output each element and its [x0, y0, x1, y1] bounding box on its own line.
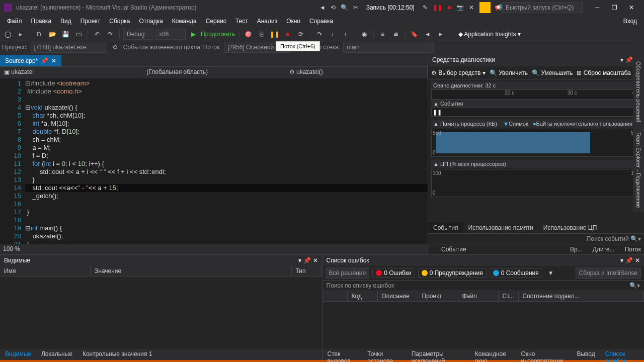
col-desc[interactable]: Описание — [378, 291, 418, 301]
solution-explorer-tab[interactable]: Обозреватель решений — [634, 57, 642, 126]
select-tools-button[interactable]: ⚙ Выбор средств ▾ — [431, 69, 486, 76]
rec-pause-icon[interactable]: ❚❚ — [431, 4, 444, 11]
notification-flag-icon[interactable] — [479, 2, 491, 13]
scope-func-combo[interactable]: ⚙ ukazatel() — [285, 67, 428, 78]
continue-icon[interactable]: ▶ — [188, 29, 199, 40]
new-icon[interactable]: 🗋 — [34, 29, 45, 40]
config-combo[interactable]: Debug — [123, 29, 153, 40]
tab-callstack[interactable]: Стек вызовов — [323, 349, 363, 360]
col-line[interactable]: Ст... — [499, 291, 519, 301]
col-code[interactable]: Код — [348, 291, 378, 301]
code-editor[interactable]: 12345678910111213141516171819202122 ⊟#in… — [0, 78, 428, 244]
restart-debug-icon[interactable]: ⟳ — [295, 29, 306, 40]
col-file[interactable]: Файл — [458, 291, 499, 301]
visible-close-icon[interactable]: ✕ — [313, 257, 318, 264]
reset-zoom-button[interactable]: ⊞ Сброс масштаба — [577, 69, 630, 76]
save-all-icon[interactable]: 🗃 — [73, 29, 84, 40]
zoom-in-button[interactable]: 🔍 Увеличить — [490, 69, 528, 76]
tab-errorlist[interactable]: Список ошибок — [600, 349, 644, 360]
team-explorer-tab[interactable]: Team Explorer - Подключение — [634, 128, 642, 212]
thread-icon[interactable]: ⎘ — [256, 29, 267, 40]
messages-filter[interactable]: 0 Сообщения — [490, 268, 542, 278]
err-close-icon[interactable]: ✕ — [635, 257, 640, 264]
gpu-icon[interactable]: 🎯 — [243, 29, 254, 40]
memory-header[interactable]: ▲ Память процесса (КБ) ▼Снимок ●Байты ис… — [431, 120, 641, 128]
lifecycle-icon[interactable]: ⟲ — [109, 42, 120, 53]
redo-icon[interactable]: ↷ — [105, 29, 116, 40]
timeline[interactable]: 20 с 30 с 4 — [431, 89, 641, 100]
bookmark-icon[interactable]: 🔖 — [409, 29, 420, 40]
platform-combo[interactable]: x86 — [155, 29, 186, 40]
err-pin-icon[interactable]: 📌 — [625, 257, 633, 264]
err-dropdown-icon[interactable]: ▾ — [620, 257, 623, 264]
stackframe-combo[interactable]: main — [343, 42, 434, 53]
file-tab[interactable]: Source.cpp* 📌 ✕ — [0, 55, 61, 66]
diag-dropdown-icon[interactable]: ▾ — [620, 56, 623, 63]
col-time[interactable]: Вр... — [570, 246, 583, 253]
diag-tab-cpu[interactable]: Использование ЦП — [538, 222, 602, 233]
step-over-icon[interactable]: ↷ — [314, 29, 325, 40]
cpu-chart[interactable]: 100 0 100 0 — [431, 169, 641, 197]
menu-debug[interactable]: Отладка — [135, 16, 167, 26]
breakpoint-icon[interactable]: ◉ — [359, 29, 370, 40]
col-suppress[interactable]: Состояние подавл... — [519, 291, 645, 301]
comment-icon[interactable]: ≡ — [377, 29, 388, 40]
build-filter-combo[interactable]: Сборка и IntelliSense — [576, 267, 641, 279]
menu-tools[interactable]: Сервис — [202, 16, 230, 26]
menu-analyze[interactable]: Анализ — [253, 16, 282, 26]
uncomment-icon[interactable]: ≢ — [390, 29, 401, 40]
tab-close-icon[interactable]: ✕ — [51, 57, 56, 64]
rec-camera-icon[interactable]: 📷 — [455, 4, 465, 11]
col-name[interactable]: Имя — [0, 266, 91, 276]
menu-window[interactable]: Окно — [282, 16, 304, 26]
nav-back-icon[interactable]: ◯ — [2, 29, 13, 40]
continue-button[interactable]: Продолжить — [201, 31, 235, 38]
menu-team[interactable]: Команда — [168, 16, 201, 26]
diag-pin-icon[interactable]: 📌 — [625, 56, 633, 63]
rec-stop-icon[interactable]: ■ — [446, 4, 453, 11]
rec-prev-icon[interactable]: ◄ — [318, 4, 327, 11]
col-event[interactable]: Событие — [441, 246, 466, 253]
tab-watch1[interactable]: Контрольные значения 1 — [77, 349, 157, 360]
undo-icon[interactable]: ↶ — [92, 29, 103, 40]
cpu-header[interactable]: ▲ ЦП (% всех процессоров) — [431, 160, 641, 168]
diag-tab-events[interactable]: События — [428, 222, 463, 233]
next-bookmark-icon[interactable]: ► — [435, 29, 446, 40]
step-into-icon[interactable]: ↓ — [327, 29, 338, 40]
close-button[interactable]: ✕ — [623, 1, 640, 14]
minimize-button[interactable]: ─ — [589, 1, 606, 14]
pause-debug-icon[interactable]: ❚❚ — [269, 29, 280, 40]
events-header[interactable]: ▲ События — [431, 100, 641, 108]
process-combo[interactable]: [7188] ukazatel.exe — [31, 42, 106, 53]
zoom-combo[interactable]: 100 % — [0, 244, 428, 254]
error-search-input[interactable]: Поиск по списку ошибок🔍▾ — [323, 281, 645, 291]
tab-breakpoints[interactable]: Точки останова — [362, 349, 406, 360]
zoom-out-button[interactable]: 🔍 Уменьшить — [532, 69, 573, 76]
menu-build[interactable]: Сборка — [105, 16, 134, 26]
error-grid[interactable] — [323, 302, 645, 349]
pin-icon[interactable]: 📌 — [41, 57, 48, 64]
prev-bookmark-icon[interactable]: ◄ — [422, 29, 433, 40]
scope-project-combo[interactable]: ▣ ukazatel — [0, 67, 142, 78]
feedback-icon[interactable]: 📢 — [495, 4, 502, 11]
nav-fwd-icon[interactable]: ▸ — [15, 29, 26, 40]
save-icon[interactable]: 💾 — [60, 29, 71, 40]
rec-restart-icon[interactable]: ⟲ — [329, 4, 337, 11]
tab-immediate[interactable]: Окно интерпретации — [516, 349, 572, 360]
menu-project[interactable]: Проект — [76, 16, 105, 26]
col-thread[interactable]: Поток — [625, 246, 641, 253]
col-project[interactable]: Проект — [418, 291, 458, 301]
visible-dropdown-icon[interactable]: ▾ — [298, 257, 301, 264]
col-duration[interactable]: Длите... — [593, 246, 615, 253]
scope-filter-combo[interactable]: Всё решение — [326, 267, 370, 279]
col-type[interactable]: Тип — [292, 266, 322, 276]
memory-chart[interactable]: 550 0 550 0 — [431, 129, 641, 157]
sign-in-link[interactable]: Вход — [619, 16, 641, 26]
quick-launch-input[interactable]: Быстрый запуск (Ctrl+Q) — [502, 2, 583, 13]
tab-exceptions[interactable]: Параметры исключений — [407, 349, 470, 360]
menu-help[interactable]: Справка — [305, 16, 337, 26]
tab-locals[interactable]: Локальные — [36, 349, 77, 360]
col-value[interactable]: Значение — [91, 266, 292, 276]
tab-visible[interactable]: Видимые — [0, 349, 36, 360]
visible-pin-icon[interactable]: 📌 — [303, 257, 311, 264]
